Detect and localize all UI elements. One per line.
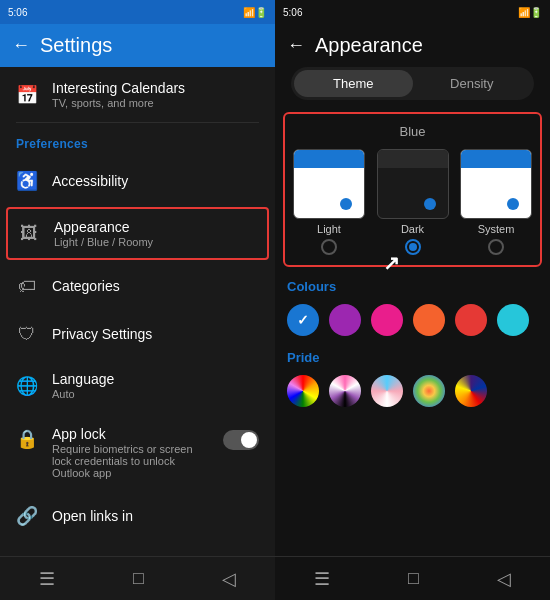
colours-row — [283, 304, 542, 336]
back-icon[interactable]: ◁ — [222, 568, 236, 590]
theme-preview-dark — [377, 149, 449, 219]
theme-label-system: System — [478, 223, 515, 235]
right-back-icon[interactable]: ◁ — [497, 568, 511, 590]
colour-red[interactable] — [455, 304, 487, 336]
menu-item-appearance[interactable]: 🖼 Appearance Light / Blue / Roomy — [6, 207, 269, 260]
colours-section: Colours — [283, 279, 542, 336]
menu-content: 📅 Interesting Calendars TV, sports, and … — [0, 67, 275, 556]
time-left: 5:06 — [8, 7, 27, 18]
tab-theme[interactable]: Theme — [294, 70, 413, 97]
radio-dark[interactable] — [405, 239, 421, 255]
preview-dot-dark — [424, 198, 436, 210]
theme-options: Light Dark — [293, 149, 532, 255]
theme-option-dark[interactable]: Dark — [377, 149, 449, 255]
pride-row — [283, 375, 542, 407]
colour-orange[interactable] — [413, 304, 445, 336]
hamburger-icon[interactable]: ☰ — [39, 568, 55, 590]
applock-sublabel: Require biometrics or screen lock creden… — [52, 443, 209, 479]
menu-item-accessibility[interactable]: ♿ Accessibility — [0, 157, 275, 205]
status-icons-right: 📶🔋 — [518, 7, 542, 18]
theme-label-light: Light — [317, 223, 341, 235]
appearance-sublabel: Light / Blue / Roomy — [54, 236, 153, 248]
menu-item-calendars[interactable]: 📅 Interesting Calendars TV, sports, and … — [0, 67, 275, 122]
preview-dot-system — [507, 198, 519, 210]
language-sublabel: Auto — [52, 388, 114, 400]
appearance-icon: 🖼 — [18, 223, 40, 245]
applock-label: App lock — [52, 426, 209, 442]
calendars-sublabel: TV, sports, and more — [52, 97, 185, 109]
pride-dot-4[interactable] — [413, 375, 445, 407]
status-bar-left: 5:06 📶🔋 — [0, 0, 275, 24]
back-button-left[interactable]: ← — [12, 35, 30, 56]
theme-section-label: Blue — [293, 124, 532, 139]
pride-section: Pride — [283, 350, 542, 407]
menu-item-privacy[interactable]: 🛡 Privacy Settings — [0, 310, 275, 358]
menu-item-applock[interactable]: 🔒 App lock Require biometrics or screen … — [0, 413, 275, 492]
calendar-icon: 📅 — [16, 84, 38, 106]
preview-topbar-dark — [378, 150, 448, 168]
menu-item-openlinks[interactable]: 🔗 Open links in — [0, 492, 275, 540]
header-right: ← Appearance — [275, 24, 550, 67]
radio-light[interactable] — [321, 239, 337, 255]
accessibility-label: Accessibility — [52, 173, 128, 189]
theme-preview-light — [293, 149, 365, 219]
header-left: ← Settings — [0, 24, 275, 67]
theme-option-light[interactable]: Light — [293, 149, 365, 255]
time-right: 5:06 — [283, 7, 302, 18]
right-appearance-panel: 5:06 📶🔋 ← Appearance Theme Density Blue … — [275, 0, 550, 600]
preview-dot-light — [340, 198, 352, 210]
openlinks-label: Open links in — [52, 508, 133, 524]
radio-system[interactable] — [488, 239, 504, 255]
openlinks-icon: 🔗 — [16, 505, 38, 527]
pride-dot-1[interactable] — [287, 375, 319, 407]
categories-label: Categories — [52, 278, 120, 294]
theme-option-system[interactable]: System — [460, 149, 532, 255]
arrow-annotation: ↗ — [383, 251, 400, 275]
theme-preview-system — [460, 149, 532, 219]
right-bottom-nav: ☰ □ ◁ — [275, 556, 550, 600]
colours-label: Colours — [283, 279, 542, 294]
appearance-content: Blue Light Dark — [275, 108, 550, 556]
preferences-header: Preferences — [0, 123, 275, 157]
language-icon: 🌐 — [16, 375, 38, 397]
pride-label: Pride — [283, 350, 542, 365]
right-panel-title: Appearance — [315, 34, 423, 57]
privacy-label: Privacy Settings — [52, 326, 152, 342]
lock-icon: 🔒 — [16, 428, 38, 450]
left-bottom-nav: ☰ □ ◁ — [0, 556, 275, 600]
applock-toggle[interactable] — [223, 430, 259, 450]
tab-density[interactable]: Density — [413, 70, 532, 97]
pride-dot-3[interactable] — [371, 375, 403, 407]
status-bar-right: 5:06 📶🔋 — [275, 0, 550, 24]
colour-pink[interactable] — [371, 304, 403, 336]
status-icons-left: 📶🔋 — [243, 7, 267, 18]
accessibility-icon: ♿ — [16, 170, 38, 192]
left-panel-title: Settings — [40, 34, 112, 57]
theme-section: Blue Light Dark — [283, 112, 542, 267]
back-button-right[interactable]: ← — [287, 35, 305, 56]
menu-item-categories[interactable]: 🏷 Categories — [0, 262, 275, 310]
tabs-container: Theme Density — [291, 67, 534, 100]
pride-dot-2[interactable] — [329, 375, 361, 407]
preview-topbar-system — [461, 150, 531, 168]
preview-topbar-light — [294, 150, 364, 168]
menu-item-language[interactable]: 🌐 Language Auto — [0, 358, 275, 413]
colour-teal[interactable] — [497, 304, 529, 336]
language-label: Language — [52, 371, 114, 387]
calendars-label: Interesting Calendars — [52, 80, 185, 96]
categories-icon: 🏷 — [16, 275, 38, 297]
home-icon[interactable]: □ — [133, 568, 144, 589]
pride-dot-5[interactable] — [455, 375, 487, 407]
right-hamburger-icon[interactable]: ☰ — [314, 568, 330, 590]
colour-blue[interactable] — [287, 304, 319, 336]
colour-purple[interactable] — [329, 304, 361, 336]
privacy-icon: 🛡 — [16, 323, 38, 345]
left-settings-panel: 5:06 📶🔋 ← Settings 📅 Interesting Calenda… — [0, 0, 275, 600]
appearance-label: Appearance — [54, 219, 153, 235]
more-header: More — [0, 540, 275, 556]
theme-label-dark: Dark — [401, 223, 424, 235]
right-home-icon[interactable]: □ — [408, 568, 419, 589]
